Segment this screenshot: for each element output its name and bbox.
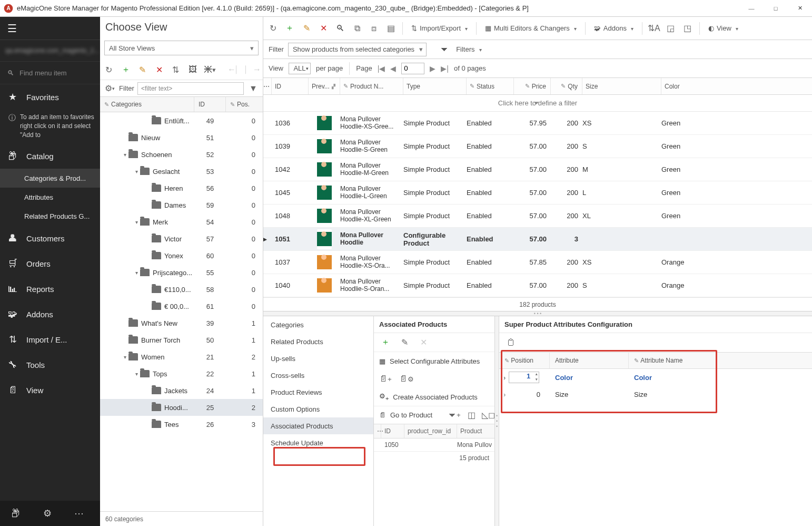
- image-button[interactable]: 🖼︎: [187, 63, 199, 76]
- category-row[interactable]: € 00,0...610: [100, 298, 263, 315]
- category-row[interactable]: Jackets241: [100, 382, 263, 399]
- category-row[interactable]: Tees263: [100, 416, 263, 433]
- super-attr-row[interactable]: ›1ColorColor: [499, 369, 812, 386]
- nav-addons[interactable]: 🧩︎Addons: [0, 301, 100, 327]
- nav-orders[interactable]: 🛒︎Orders: [0, 251, 100, 276]
- category-row[interactable]: ▾Schoenen520: [100, 146, 263, 163]
- detail-tab[interactable]: Up-sells: [263, 350, 373, 367]
- nav-import[interactable]: ⇅Import / E...: [0, 327, 100, 352]
- nav-search[interactable]: 🔍︎ Find menu item: [0, 61, 100, 84]
- category-row[interactable]: What's New391: [100, 315, 263, 332]
- filter-plus-button[interactable]: ⏷+: [448, 409, 461, 422]
- category-row[interactable]: Heren560: [100, 180, 263, 197]
- copy-button[interactable]: ⧉: [351, 22, 363, 35]
- more-button[interactable]: ⋯: [63, 501, 95, 526]
- col-size[interactable]: Size: [582, 78, 661, 94]
- page-input[interactable]: [401, 63, 424, 74]
- grid-body[interactable]: 1036 Mona PulloverHoodlie-XS-Gree... Sim…: [263, 112, 812, 297]
- edit-button[interactable]: ✎: [137, 63, 148, 76]
- col-qty[interactable]: ✎Qty: [551, 78, 582, 94]
- detail-tab[interactable]: Schedule Update: [263, 434, 373, 451]
- category-row[interactable]: Dames590: [100, 197, 263, 213]
- detail-tab[interactable]: Associated Products: [263, 417, 373, 434]
- position-input[interactable]: 1: [509, 372, 539, 383]
- funnel-icon[interactable]: ▼: [247, 82, 260, 95]
- add-sheet-button[interactable]: 📄︎+: [379, 373, 392, 385]
- edit-product-button[interactable]: ✎: [300, 22, 313, 35]
- product-row[interactable]: 1040 Mona PulloverHoodlie-S-Oran... Simp…: [263, 274, 812, 297]
- columns-button[interactable]: ◫: [465, 409, 478, 422]
- col-status[interactable]: ✎Status: [467, 78, 514, 94]
- delete-button[interactable]: ✕: [153, 63, 165, 76]
- refresh-button[interactable]: ↻: [266, 22, 279, 35]
- col-prev[interactable]: Prev... ▞: [309, 78, 340, 94]
- category-row[interactable]: €110,0...580: [100, 281, 263, 298]
- prev-page-button[interactable]: ◀: [390, 64, 396, 73]
- super-attr-row[interactable]: ›0SizeSize: [499, 386, 812, 403]
- category-row[interactable]: Entlüft...490: [100, 112, 263, 129]
- select-attrs-row[interactable]: ▦Select Configurable Attributes: [374, 352, 494, 370]
- product-row[interactable]: 1048 Mona PulloverHoodlie-XL-Green Simpl…: [263, 204, 812, 228]
- col-name[interactable]: ✎Product N...: [340, 78, 403, 94]
- define-filter-row[interactable]: ⏷ Click here to define a filter: [263, 95, 812, 112]
- addons-menu[interactable]: 🧩︎Addons: [591, 21, 637, 36]
- row-selector-col[interactable]: ⋯: [263, 78, 272, 94]
- horizontal-splitter[interactable]: • • •: [263, 311, 812, 316]
- nav-catalog-related[interactable]: Related Products G...: [0, 207, 100, 226]
- multi-editors-menu[interactable]: ▦Multi Editors & Changers: [482, 21, 580, 36]
- detail-tab[interactable]: Product Reviews: [263, 384, 373, 401]
- detail-tab[interactable]: Related Products: [263, 333, 373, 350]
- filters-menu[interactable]: Filters: [453, 42, 484, 57]
- clone-button[interactable]: ⧈: [368, 22, 380, 35]
- link-button[interactable]: ◲: [665, 22, 677, 35]
- next-page-button[interactable]: ▶: [430, 64, 435, 73]
- goto-product-button[interactable]: Go to Product: [390, 411, 432, 419]
- product-row[interactable]: 1045 Mona PulloverHoodlie-L-Green Simple…: [263, 181, 812, 204]
- vertical-splitter[interactable]: •••: [495, 316, 499, 526]
- category-row[interactable]: ▾Tops221: [100, 365, 263, 382]
- search-button[interactable]: 🔍︎: [334, 22, 346, 35]
- nav-catalog-categories[interactable]: Categories & Prod...: [0, 169, 100, 188]
- nav-tools[interactable]: 🔧︎Tools: [0, 352, 100, 377]
- nav-customers[interactable]: 👤︎Customers: [0, 226, 100, 251]
- detail-tab[interactable]: Cross-sells: [263, 367, 373, 384]
- settings-button[interactable]: ⚙︎: [32, 501, 63, 526]
- export-button[interactable]: 🞼︎▾: [204, 63, 216, 76]
- product-row[interactable]: 1042 Mona PulloverHoodlie-M-Green Simple…: [263, 158, 812, 181]
- minimize-button[interactable]: —: [739, 0, 764, 17]
- col-type[interactable]: Type: [403, 78, 467, 94]
- category-row[interactable]: ▾Women212: [100, 348, 263, 365]
- user-block[interactable]: qa.emagicone.com_magento_2...⌄: [0, 40, 100, 61]
- nav-reports[interactable]: 📊︎Reports: [0, 276, 100, 301]
- view-menu[interactable]: ◐View: [705, 21, 741, 36]
- category-row[interactable]: Nieuw510: [100, 129, 263, 146]
- nav-catalog[interactable]: 📦︎Catalog: [0, 143, 100, 169]
- category-row[interactable]: ▾Merk540: [100, 213, 263, 230]
- detail-tab[interactable]: Categories: [263, 316, 373, 333]
- create-assoc-row[interactable]: ⚙︎+Create Associated Products: [374, 388, 494, 406]
- screen-button[interactable]: ◳: [681, 22, 694, 35]
- per-page-select[interactable]: ALL: [289, 63, 311, 74]
- nav-view[interactable]: 📄︎View: [0, 377, 100, 403]
- first-page-button[interactable]: |◀: [378, 64, 385, 73]
- filter-mode-select[interactable]: Show products from selected categories: [288, 43, 427, 56]
- hamburger-button[interactable]: ☰: [0, 17, 100, 40]
- nav-favorites[interactable]: ★Favorites: [0, 84, 100, 110]
- refresh-button[interactable]: ↻: [103, 63, 115, 76]
- last-page-button[interactable]: ▶|: [441, 64, 449, 73]
- category-filter-input[interactable]: <filter text>: [137, 82, 244, 95]
- nav-catalog-attributes[interactable]: Attributes: [0, 188, 100, 207]
- assoc-add-button[interactable]: ＋: [379, 336, 392, 349]
- sort-az-button[interactable]: ⇅A: [648, 22, 660, 35]
- detail-tab[interactable]: Custom Options: [263, 401, 373, 417]
- product-row[interactable]: 1037 Mona PulloverHoodlie-XS-Ora... Simp…: [263, 251, 812, 274]
- indent-right-button[interactable]: ⎸→: [247, 63, 260, 76]
- import-export-menu[interactable]: ⇅Import/Export: [408, 21, 471, 36]
- col-color[interactable]: Color: [661, 78, 812, 94]
- add-button[interactable]: ＋: [120, 63, 132, 76]
- category-row[interactable]: Burner Torch501: [100, 332, 263, 348]
- category-row[interactable]: Yonex600: [100, 247, 263, 264]
- close-button[interactable]: ✕: [788, 0, 812, 17]
- product-row[interactable]: 1036 Mona PulloverHoodlie-XS-Gree... Sim…: [263, 112, 812, 135]
- category-row[interactable]: ▾Geslacht530: [100, 163, 263, 180]
